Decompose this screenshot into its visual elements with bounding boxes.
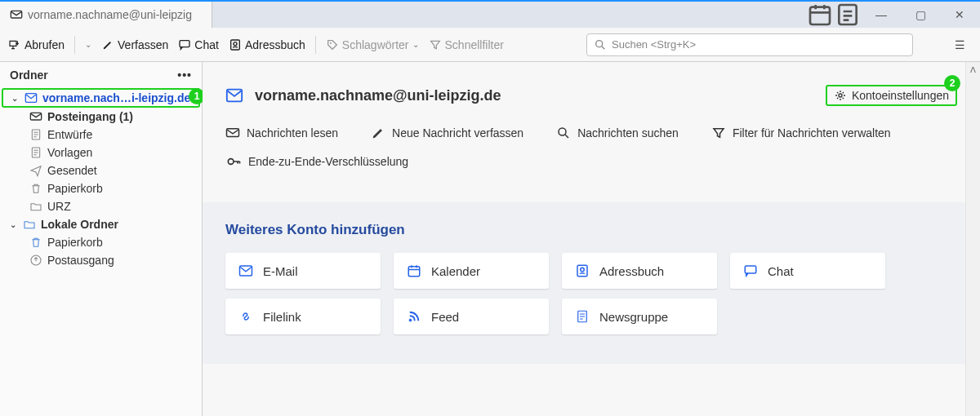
account-email-title: vorname.nachname@uni-leipzig.de (255, 87, 501, 104)
tab-title: vorname.nachname@uni-leipzig (28, 8, 192, 21)
local-folders-node[interactable]: ⌄ Lokale Ordner (0, 215, 202, 233)
mail-icon (238, 263, 253, 278)
folder-outbox[interactable]: Postausgang (0, 251, 202, 269)
inbox-icon (29, 110, 42, 123)
mail-icon (10, 8, 23, 21)
add-email-card[interactable]: E-Mail (225, 253, 381, 289)
titlebar: vorname.nachname@uni-leipzig — ▢ ✕ (0, 0, 980, 28)
folder-drafts[interactable]: Entwürfe (0, 126, 202, 144)
account-label: vorname.nach…i-leipzig.de (42, 91, 190, 104)
add-newsgroup-card[interactable]: Newsgruppe (562, 299, 717, 334)
action-label: Nachrichten suchen (577, 126, 679, 139)
fetch-dropdown[interactable]: ⌄ (85, 40, 91, 49)
action-label: Ende-zu-Ende-Verschlüsselung (248, 155, 408, 168)
folder-label: Gesendet (47, 164, 97, 177)
calendar-icon-button[interactable] (807, 2, 833, 28)
sent-icon (29, 164, 42, 177)
card-label: Newsgruppe (599, 310, 668, 324)
folder-icon (29, 200, 42, 213)
chat-icon (743, 263, 758, 278)
action-read-messages[interactable]: Nachrichten lesen (225, 126, 338, 140)
action-label: Filter für Nachrichten verwalten (733, 126, 891, 139)
compose-label: Verfassen (118, 38, 168, 51)
fetch-button[interactable]: Abrufen (8, 38, 65, 51)
fetch-icon (8, 38, 21, 51)
action-label: Nachrichten lesen (247, 126, 338, 139)
chat-label: Chat (194, 38, 219, 51)
fetch-label: Abrufen (24, 38, 65, 51)
add-chat-card[interactable]: Chat (730, 253, 885, 289)
add-account-title: Weiteres Konto hinzufügen (225, 222, 957, 238)
sidebar-title: Ordner (10, 69, 48, 82)
action-e2e-encryption[interactable]: Ende-zu-Ende-Verschlüsselung (225, 153, 957, 170)
action-compose-message[interactable]: Neue Nachricht verfassen (371, 126, 523, 140)
folder-sidebar: Ordner ••• ⌄ vorname.nach…i-leipzig.de 1… (0, 62, 203, 416)
search-placeholder: Suchen <Strg+K> (612, 38, 696, 51)
chat-icon (178, 38, 191, 51)
funnel-icon (711, 126, 726, 140)
sidebar-options-button[interactable]: ••• (177, 69, 192, 82)
folder-label: URZ (47, 200, 71, 213)
separator (74, 36, 75, 54)
search-input[interactable]: Suchen <Strg+K> (586, 33, 913, 56)
account-node[interactable]: ⌄ vorname.nach…i-leipzig.de 1 (2, 88, 200, 108)
gear-icon (834, 89, 847, 102)
key-icon (225, 153, 242, 170)
chevron-down-icon: ⌄ (10, 220, 18, 229)
compose-button[interactable]: Verfassen (101, 38, 168, 51)
tags-label: Schlagwörter (342, 38, 409, 51)
action-search-messages[interactable]: Nachrichten suchen (556, 126, 679, 140)
app-menu-button[interactable]: ☰ (947, 33, 972, 57)
chat-button[interactable]: Chat (178, 38, 219, 51)
addressbook-button[interactable]: Adressbuch (229, 38, 305, 51)
trash-icon (29, 182, 42, 195)
card-label: Feed (431, 310, 459, 324)
folder-sent[interactable]: Gesendet (0, 162, 202, 179)
card-label: Chat (768, 264, 794, 278)
add-account-section: Weiteres Konto hinzufügen E-Mail Kalende… (203, 202, 980, 364)
card-label: Adressbuch (599, 264, 664, 278)
folder-label: Entwürfe (47, 128, 92, 141)
addressbook-icon (229, 38, 242, 51)
window-tab[interactable]: vorname.nachname@uni-leipzig (0, 2, 212, 28)
minimize-button[interactable]: — (862, 2, 900, 28)
annotation-badge-2: 2 (944, 75, 960, 91)
add-addressbook-card[interactable]: Adressbuch (562, 253, 717, 289)
folder-label: Vorlagen (47, 146, 92, 159)
folder-label: Papierkorb (47, 236, 103, 249)
account-settings-button[interactable]: Kontoeinstellungen 2 (826, 85, 957, 106)
quickfilter-label: Schnellfilter (445, 38, 504, 51)
quickfilter-button[interactable]: Schnellfilter (429, 38, 504, 51)
folder-templates[interactable]: Vorlagen (0, 144, 202, 162)
maximize-button[interactable]: ▢ (902, 2, 939, 28)
tasks-icon-button[interactable] (835, 2, 861, 28)
settings-label: Kontoeinstellungen (852, 89, 949, 102)
separator (315, 36, 316, 54)
chevron-down-icon: ⌄ (11, 94, 20, 103)
action-manage-filters[interactable]: Filter für Nachrichten verwalten (711, 126, 891, 140)
tag-icon (326, 38, 339, 51)
account-hub: vorname.nachname@uni-leipzig.de Kontoein… (203, 62, 980, 416)
card-label: Filelink (263, 310, 301, 324)
add-calendar-card[interactable]: Kalender (394, 253, 549, 289)
folder-inbox[interactable]: Posteingang (1) (0, 108, 202, 126)
doc-icon (29, 146, 42, 159)
tags-button[interactable]: Schlagwörter ⌄ (326, 38, 419, 51)
close-button[interactable]: ✕ (941, 2, 978, 28)
vertical-scrollbar[interactable]: ᐱ (965, 62, 980, 416)
folder-trash[interactable]: Papierkorb (0, 179, 202, 197)
addressbook-label: Adressbuch (245, 38, 305, 51)
add-feed-card[interactable]: Feed (394, 299, 549, 334)
add-filelink-card[interactable]: Filelink (225, 299, 381, 334)
search-icon (556, 126, 571, 140)
main-toolbar: Abrufen ⌄ Verfassen Chat Adressbuch Schl… (0, 28, 980, 62)
folder-urz[interactable]: URZ (0, 197, 202, 215)
compose-icon (371, 126, 385, 140)
action-label: Neue Nachricht verfassen (392, 126, 523, 139)
folder-icon (23, 218, 36, 231)
scroll-up-icon: ᐱ (970, 65, 976, 416)
compose-icon (101, 38, 114, 51)
doc-icon (29, 128, 42, 141)
folder-local-trash[interactable]: Papierkorb (0, 233, 202, 251)
card-label: Kalender (431, 264, 480, 278)
